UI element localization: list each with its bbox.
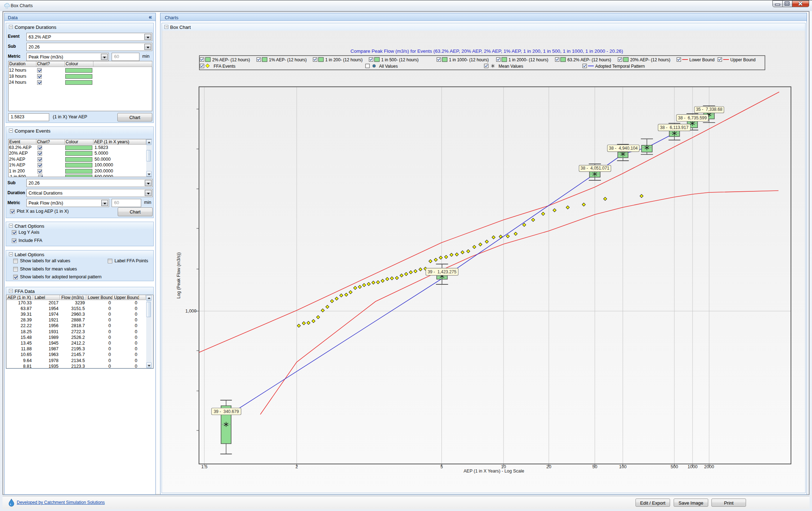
svg-text:AEP (1 in X Years) - Log Scale: AEP (1 in X Years) - Log Scale xyxy=(464,469,524,474)
svg-text:38 - 6,735.599: 38 - 6,735.599 xyxy=(678,115,707,120)
svg-text:Log (Peak Flow (m3/s)): Log (Peak Flow (m3/s)) xyxy=(176,252,181,299)
svg-text:20: 20 xyxy=(546,464,551,469)
svg-text:35 - 7,338.68: 35 - 7,338.68 xyxy=(696,107,722,112)
svg-text:38 - 4,940.104: 38 - 4,940.104 xyxy=(609,146,638,151)
svg-text:39 - 1,423.275: 39 - 1,423.275 xyxy=(428,269,456,274)
svg-text:1.5: 1.5 xyxy=(201,464,207,469)
svg-text:Adopted Temporal Pattern: Adopted Temporal Pattern xyxy=(595,64,645,69)
svg-text:Lower Bound: Lower Bound xyxy=(689,57,715,62)
svg-text:1,000: 1,000 xyxy=(185,309,196,314)
svg-text:38 - 6,113.917: 38 - 6,113.917 xyxy=(660,125,689,130)
svg-text:5: 5 xyxy=(440,464,443,469)
svg-text:FFA Events: FFA Events xyxy=(214,64,235,69)
svg-text:Upper Bound: Upper Bound xyxy=(730,57,756,62)
svg-text:20% AEP- (12 hours): 20% AEP- (12 hours) xyxy=(630,57,670,62)
svg-text:100: 100 xyxy=(619,464,627,469)
svg-text:Mean Values: Mean Values xyxy=(499,64,523,69)
svg-text:2000: 2000 xyxy=(704,464,714,469)
svg-text:1 in 2000- (12 hours): 1 in 2000- (12 hours) xyxy=(509,57,548,62)
svg-text:All Values: All Values xyxy=(379,64,398,69)
svg-text:Compare Peak Flow (m3/s) for E: Compare Peak Flow (m3/s) for Events (63.… xyxy=(351,48,623,54)
svg-text:1000: 1000 xyxy=(688,464,698,469)
svg-text:2: 2 xyxy=(296,464,298,469)
svg-text:38 - 4,051.071: 38 - 4,051.071 xyxy=(581,166,609,171)
svg-text:1% AEP- (12 hours): 1% AEP- (12 hours) xyxy=(269,57,307,62)
svg-text:1 in 200- (12 hours): 1 in 200- (12 hours) xyxy=(325,57,363,62)
svg-text:63.2% AEP- (12 hours): 63.2% AEP- (12 hours) xyxy=(567,57,611,62)
svg-text:39 - 340.679: 39 - 340.679 xyxy=(214,409,239,414)
svg-text:1 in 1000- (12 hours): 1 in 1000- (12 hours) xyxy=(449,57,489,62)
svg-text:2% AEP- (12 hours): 2% AEP- (12 hours) xyxy=(212,57,250,62)
svg-text:50: 50 xyxy=(592,464,597,469)
svg-text:1 in 500- (12 hours): 1 in 500- (12 hours) xyxy=(381,57,419,62)
svg-text:500: 500 xyxy=(671,464,678,469)
